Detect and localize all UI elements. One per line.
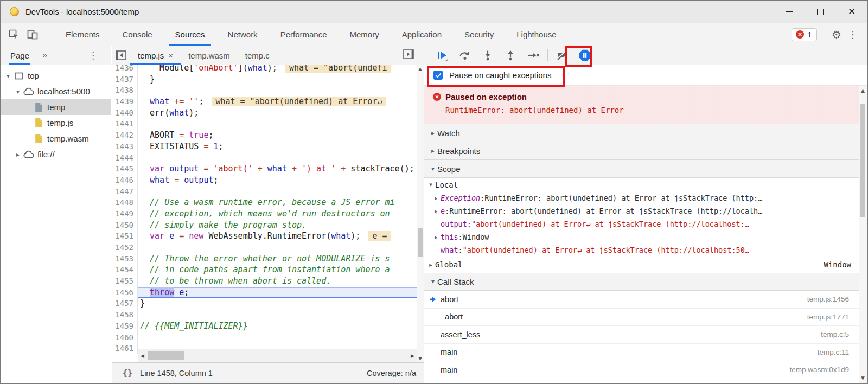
pause-on-caught-checkbox[interactable] bbox=[433, 71, 443, 80]
line-number[interactable]: 1459 bbox=[112, 321, 138, 332]
editor-tab-temp-wasm[interactable]: temp.wasm bbox=[181, 46, 238, 65]
line-number[interactable]: 1460 bbox=[112, 332, 138, 343]
tree-item-temp[interactable]: temp bbox=[1, 99, 111, 115]
toolbar-tab-application[interactable]: Application bbox=[391, 23, 453, 46]
scroll-down-icon[interactable]: ▼ bbox=[859, 374, 867, 382]
line-number[interactable]: 1454 bbox=[112, 264, 138, 276]
section-scope[interactable]: ▾ Scope bbox=[424, 160, 867, 178]
code-text[interactable] bbox=[138, 85, 417, 96]
scrollbar-thumb[interactable] bbox=[418, 228, 423, 257]
toolbar-tab-performance[interactable]: Performance bbox=[269, 23, 339, 46]
scope-global-row[interactable]: ▸ Global Window bbox=[424, 257, 867, 273]
line-number[interactable]: 1439 bbox=[112, 96, 138, 107]
line-number[interactable]: 1456 bbox=[112, 287, 138, 298]
section-call-stack[interactable]: ▾ Call Stack bbox=[424, 273, 867, 291]
line-number[interactable]: 1443 bbox=[112, 141, 138, 152]
line-number[interactable]: 1440 bbox=[112, 107, 138, 119]
pause-on-exceptions-icon[interactable] bbox=[573, 47, 596, 63]
scroll-up-icon[interactable]: ▲ bbox=[859, 87, 867, 94]
code-text[interactable]: ABORT = true; bbox=[138, 130, 417, 141]
scope-entry-what[interactable]: what: "abort(undefined) at Error↵ at jsS… bbox=[424, 244, 867, 257]
show-navigator-right-icon[interactable] bbox=[403, 49, 414, 61]
settings-gear-icon[interactable]: ⚙ bbox=[826, 28, 847, 41]
collapsed-icon[interactable]: ▸ bbox=[432, 208, 441, 215]
inspect-element-icon[interactable] bbox=[5, 27, 23, 43]
line-number[interactable]: 1461 bbox=[112, 343, 138, 354]
code-text[interactable]: what = output; bbox=[138, 175, 417, 186]
editor-tab-temp-js[interactable]: temp.js× bbox=[130, 46, 181, 65]
collapsed-icon[interactable]: ▸ bbox=[432, 234, 441, 241]
scope-entry-exception[interactable]: ▸Exception: RuntimeError: abort(undefine… bbox=[424, 191, 867, 204]
toolbar-tab-memory[interactable]: Memory bbox=[339, 23, 391, 46]
line-number[interactable]: 1444 bbox=[112, 152, 138, 164]
collapsed-icon[interactable]: ▸ bbox=[432, 195, 441, 202]
code-text[interactable]: } bbox=[138, 298, 417, 309]
expanded-icon[interactable]: ▾ bbox=[14, 88, 22, 95]
hide-navigator-icon[interactable] bbox=[112, 50, 130, 60]
scrollbar-thumb[interactable] bbox=[148, 351, 184, 360]
device-toolbar-icon[interactable] bbox=[23, 27, 42, 43]
step-over-icon[interactable] bbox=[454, 47, 476, 63]
editor-vertical-scrollbar[interactable]: ▲ ▼ bbox=[417, 65, 424, 362]
toolbar-tab-network[interactable]: Network bbox=[216, 23, 269, 46]
panel-vertical-scrollbar[interactable]: ▲ ▼ bbox=[859, 86, 867, 383]
code-text[interactable] bbox=[138, 332, 417, 343]
line-number[interactable]: 1442 bbox=[112, 130, 138, 141]
code-text[interactable]: // simply make the program stop. bbox=[138, 220, 417, 231]
code-text[interactable]: // Throw the error whether or not MODULA… bbox=[138, 253, 417, 265]
tree-item-temp.wasm[interactable]: temp.wasm bbox=[1, 131, 111, 146]
code-text[interactable]: var e = new WebAssembly.RuntimeError(wha… bbox=[138, 231, 417, 242]
line-number[interactable]: 1452 bbox=[112, 242, 138, 253]
scope-entry-this[interactable]: ▸this: Window bbox=[424, 231, 867, 244]
code-text[interactable]: } bbox=[138, 74, 417, 85]
toolbar-tab-security[interactable]: Security bbox=[453, 23, 505, 46]
code-text[interactable] bbox=[138, 118, 417, 130]
more-tabs-chevron-icon[interactable]: » bbox=[42, 50, 47, 60]
call-stack-frame-assert_less[interactable]: assert_lesstemp.c:5 bbox=[424, 326, 867, 344]
tab-page[interactable]: Page bbox=[9, 46, 30, 65]
code-text[interactable]: throw e; bbox=[138, 287, 417, 298]
line-number[interactable]: 1445 bbox=[112, 163, 138, 175]
tree-item-temp.js[interactable]: temp.js bbox=[1, 115, 111, 131]
step-into-icon[interactable] bbox=[476, 47, 499, 63]
call-stack-frame-abort[interactable]: aborttemp.js:1456 bbox=[424, 291, 867, 309]
code-text[interactable]: // exception, which means we'd run destr… bbox=[138, 208, 417, 220]
close-tab-icon[interactable]: × bbox=[168, 51, 173, 60]
line-number[interactable]: 1451 bbox=[112, 231, 138, 242]
code-text[interactable] bbox=[138, 152, 417, 164]
tree-item-file-[interactable]: ▸file:// bbox=[1, 146, 111, 162]
step-out-icon[interactable] bbox=[499, 47, 522, 63]
scroll-right-icon[interactable]: ▶ bbox=[409, 353, 417, 359]
scroll-down-icon[interactable]: ▼ bbox=[417, 355, 424, 362]
code-text[interactable]: err(what); bbox=[138, 107, 417, 119]
editor-horizontal-scrollbar[interactable]: ◀ ▶ bbox=[138, 349, 417, 362]
line-number[interactable]: 1450 bbox=[112, 220, 138, 231]
section-breakpoints[interactable]: ▸ Breakpoints bbox=[424, 142, 867, 160]
expanded-icon[interactable]: ▾ bbox=[4, 72, 12, 80]
tree-item-localhost-5000[interactable]: ▾localhost:5000 bbox=[1, 84, 111, 99]
code-text[interactable] bbox=[138, 309, 417, 321]
scope-local-row[interactable]: ▾ Local bbox=[424, 178, 867, 191]
call-stack-frame-_abort[interactable]: _aborttemp.js:1771 bbox=[424, 309, 867, 327]
navigator-menu-icon[interactable]: ⋮ bbox=[88, 50, 98, 61]
scroll-up-icon[interactable]: ▲ bbox=[417, 65, 424, 73]
line-number[interactable]: 1447 bbox=[112, 186, 138, 197]
code-text[interactable]: what += '';what = "abort(undefined) at E… bbox=[138, 96, 417, 107]
code-text[interactable]: // Use a wasm runtime error, because a J… bbox=[138, 197, 417, 208]
line-number[interactable]: 1437 bbox=[112, 74, 138, 85]
code-text[interactable] bbox=[138, 186, 417, 197]
toolbar-tab-sources[interactable]: Sources bbox=[164, 23, 216, 46]
line-number[interactable]: 1457 bbox=[112, 298, 138, 309]
call-stack-frame-main[interactable]: maintemp.c:11 bbox=[424, 344, 867, 362]
minimize-button[interactable] bbox=[773, 1, 805, 23]
line-number[interactable]: 1441 bbox=[112, 118, 138, 130]
close-button[interactable]: ✕ bbox=[836, 1, 867, 23]
collapsed-icon[interactable]: ▸ bbox=[14, 151, 22, 158]
line-number[interactable]: 1449 bbox=[112, 208, 138, 220]
error-badge[interactable]: ✕ 1 bbox=[792, 28, 817, 41]
code-text[interactable]: var output = 'abort(' + what + ') at ' +… bbox=[138, 163, 417, 175]
deactivate-breakpoints-icon[interactable] bbox=[551, 47, 573, 63]
toolbar-tab-elements[interactable]: Elements bbox=[54, 23, 111, 46]
scope-entry-output[interactable]: output: "abort(undefined) at Error↵ at j… bbox=[424, 217, 867, 231]
line-number[interactable]: 1458 bbox=[112, 309, 138, 321]
